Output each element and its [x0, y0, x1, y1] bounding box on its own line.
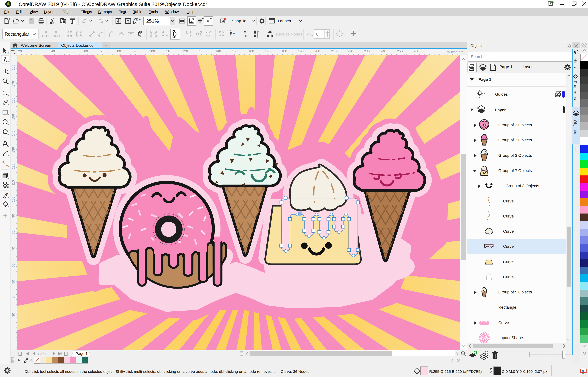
svg-text:?: ?	[576, 50, 578, 54]
